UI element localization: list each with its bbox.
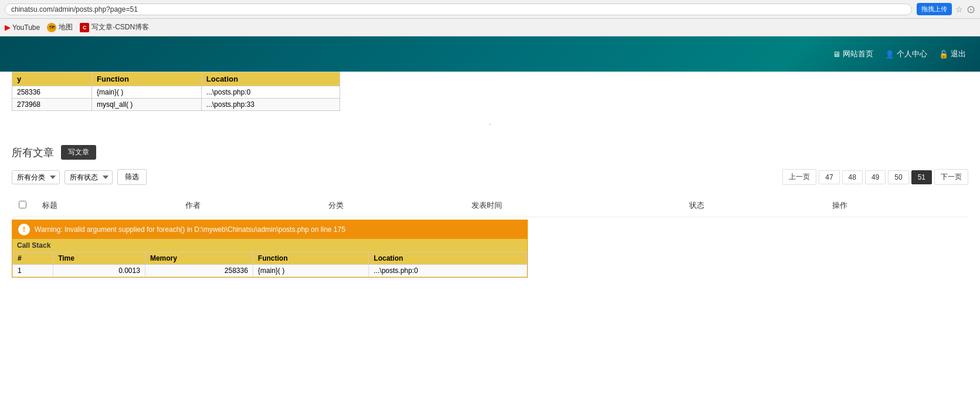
articles-table: 标题 作者 分类 发表时间 状态 操作 bbox=[12, 194, 968, 217]
warning-box: ! Warning: Invalid argument supplied for… bbox=[12, 220, 528, 278]
page-47-button[interactable]: 47 bbox=[819, 170, 839, 184]
table-header-status: 状态 bbox=[682, 194, 825, 217]
table-header-category: 分类 bbox=[321, 194, 464, 217]
warning-icon: ! bbox=[18, 224, 30, 235]
main-content: y Function Location 258336 {main}( ) ...… bbox=[0, 72, 980, 278]
bookmark-map-label: 地图 bbox=[59, 22, 73, 32]
select-all-checkbox[interactable] bbox=[19, 201, 26, 208]
warning-header: ! Warning: Invalid argument supplied for… bbox=[12, 220, 527, 239]
youtube-icon: ▶ bbox=[5, 23, 10, 32]
map-icon: 🗺 bbox=[47, 23, 56, 32]
browser-bar: chinatsu.com/admin/posts.php?page=51 拖拽上… bbox=[0, 0, 980, 19]
profile-icon: 👤 bbox=[885, 50, 894, 59]
filter-button[interactable]: 筛选 bbox=[117, 169, 147, 185]
table-header-title: 标题 bbox=[35, 194, 178, 217]
table-header-checkbox bbox=[12, 194, 35, 217]
bookmark-icon[interactable]: ☆ bbox=[955, 5, 963, 14]
bookmarks-bar: ▶ YouTube 🗺 地图 C 写文章-CSDN博客 bbox=[0, 19, 980, 36]
bookmark-csdn[interactable]: C 写文章-CSDN博客 bbox=[80, 22, 149, 32]
cs-num: 1 bbox=[13, 265, 53, 277]
table-row: 258336 {main}( ) ...\posts.php:0 bbox=[12, 86, 340, 99]
nav-home[interactable]: 🖥 网站首页 bbox=[833, 49, 873, 59]
cs-location: ...\posts.php:0 bbox=[369, 265, 527, 277]
articles-title-row: 所有文章 写文章 bbox=[12, 145, 968, 160]
category-select[interactable]: 所有分类 bbox=[12, 170, 60, 184]
cs-header-memory: Memory bbox=[145, 252, 253, 265]
status-select[interactable]: 所有状态 bbox=[65, 170, 113, 184]
filter-row: 所有分类 所有状态 筛选 上一页 47 48 49 50 51 下一页 bbox=[12, 169, 968, 185]
page-49-button[interactable]: 49 bbox=[865, 170, 886, 184]
table-row: 273968 mysql_all( ) ...\posts.php:33 bbox=[12, 99, 340, 111]
top-table-header-function: Function bbox=[92, 72, 202, 86]
write-article-button[interactable]: 写文章 bbox=[61, 145, 96, 160]
table-header-actions: 操作 bbox=[825, 194, 968, 217]
callstack-table: # Time Memory Function Location 1 0.0013… bbox=[12, 252, 527, 277]
articles-title: 所有文章 bbox=[12, 146, 54, 160]
dot-decoration: · bbox=[12, 111, 968, 133]
memory-cell: 258336 bbox=[12, 86, 92, 99]
browser-actions: 拖拽上传 ☆ ⊙ bbox=[917, 3, 975, 16]
table-header-author: 作者 bbox=[178, 194, 321, 217]
filter-left: 所有分类 所有状态 筛选 bbox=[12, 169, 147, 185]
articles-section: 所有文章 写文章 所有分类 所有状态 筛选 上一页 47 48 49 50 51 bbox=[12, 145, 968, 278]
table-row: 1 0.0013 258336 {main}( ) ...\posts.php:… bbox=[13, 265, 527, 277]
nav-logout[interactable]: 🔓 退出 bbox=[939, 49, 966, 59]
top-error-table: y Function Location 258336 {main}( ) ...… bbox=[12, 72, 340, 111]
csdn-icon: C bbox=[80, 23, 89, 32]
page-48-button[interactable]: 48 bbox=[842, 170, 863, 184]
cs-header-location: Location bbox=[369, 252, 527, 265]
top-table-header-memory: y bbox=[12, 72, 92, 86]
nav-home-label: 网站首页 bbox=[843, 49, 873, 59]
bookmark-youtube-label: YouTube bbox=[12, 23, 40, 32]
cs-header-function: Function bbox=[253, 252, 368, 265]
function-cell: mysql_all( ) bbox=[92, 99, 202, 111]
nav-profile[interactable]: 👤 个人中心 bbox=[885, 49, 927, 59]
pagination: 上一页 47 48 49 50 51 下一页 bbox=[782, 169, 968, 185]
cs-header-num: # bbox=[13, 252, 53, 265]
url-bar[interactable]: chinatsu.com/admin/posts.php?page=51 bbox=[5, 4, 912, 15]
warning-message: Warning: Invalid argument supplied for f… bbox=[35, 225, 345, 234]
bookmark-youtube[interactable]: ▶ YouTube bbox=[5, 23, 40, 32]
nav-logout-label: 退出 bbox=[951, 49, 966, 59]
location-cell: ...\posts.php:0 bbox=[201, 86, 340, 99]
page-51-button[interactable]: 51 bbox=[911, 170, 932, 184]
page-50-button[interactable]: 50 bbox=[888, 170, 908, 184]
upload-button[interactable]: 拖拽上传 bbox=[917, 3, 952, 15]
memory-cell: 273968 bbox=[12, 99, 92, 111]
cs-header-time: Time bbox=[53, 252, 145, 265]
cs-function: {main}( ) bbox=[253, 265, 368, 277]
url-text: chinatsu.com/admin/posts.php?page=51 bbox=[11, 5, 138, 14]
top-table-header-location: Location bbox=[201, 72, 340, 86]
callstack-header: Call Stack bbox=[12, 239, 527, 252]
cs-time: 0.0013 bbox=[53, 265, 145, 277]
prev-page-button[interactable]: 上一页 bbox=[782, 169, 816, 185]
nav-profile-label: 个人中心 bbox=[897, 49, 927, 59]
location-cell: ...\posts.php:33 bbox=[201, 99, 340, 111]
home-icon: 🖥 bbox=[833, 50, 840, 59]
bookmark-map[interactable]: 🗺 地图 bbox=[47, 22, 73, 32]
bookmark-csdn-label: 写文章-CSDN博客 bbox=[91, 22, 149, 32]
logout-icon: 🔓 bbox=[939, 50, 948, 59]
site-nav: 🖥 网站首页 👤 个人中心 🔓 退出 bbox=[833, 49, 966, 59]
next-page-button[interactable]: 下一页 bbox=[934, 169, 968, 185]
cs-memory: 258336 bbox=[145, 265, 253, 277]
table-header-publish-time: 发表时间 bbox=[464, 194, 682, 217]
site-header: 🖥 网站首页 👤 个人中心 🔓 退出 bbox=[0, 36, 980, 72]
function-cell: {main}( ) bbox=[92, 86, 202, 99]
account-icon[interactable]: ⊙ bbox=[967, 3, 975, 16]
